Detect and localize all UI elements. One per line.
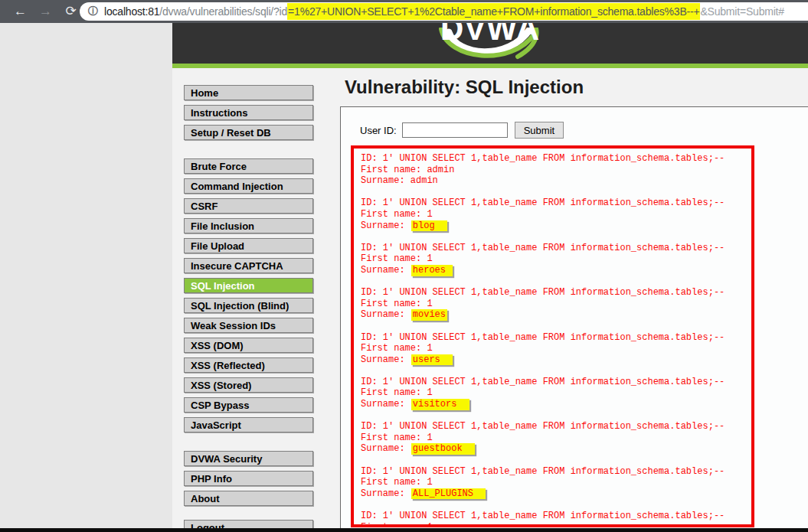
user-id-input[interactable] [402, 122, 508, 138]
highlighted-table-name: blog [411, 220, 447, 232]
result-first-name-line: First name: admin [361, 165, 751, 176]
sidebar-item-setup-reset-db[interactable]: Setup / Reset DB [184, 125, 313, 140]
result-first-name-line: First name: 1 [361, 432, 751, 444]
result-surname-line: Surname: movies [361, 309, 751, 321]
sidebar-item-brute-force[interactable]: Brute Force [184, 158, 313, 174]
site-header: DVWA [172, 23, 808, 64]
submit-button[interactable]: Submit [515, 122, 564, 139]
dvwa-page: DVWA HomeInstructionsSetup / Reset DBBru… [172, 23, 808, 532]
vulnerability-panel: User ID: Submit ID: 1' UNION SELECT 1,ta… [340, 106, 808, 532]
result-id-line: ID: 1' UNION SELECT 1,table_name FROM in… [361, 153, 751, 165]
sidebar-item-php-info[interactable]: PHP Info [184, 471, 313, 486]
sidebar-item-xss-reflected[interactable]: XSS (Reflected) [184, 357, 313, 373]
page-title: Vulnerability: SQL Injection [345, 77, 808, 98]
site-main: HomeInstructionsSetup / Reset DBBrute Fo… [172, 68, 808, 532]
sidebar-group: DVWA SecurityPHP InfoAbout [184, 451, 313, 506]
result-surname-line: Surname: blog [361, 220, 751, 232]
result-surname-line: Surname: heroes [361, 265, 751, 276]
sidebar-item-about[interactable]: About [184, 491, 313, 506]
page-info-icon[interactable]: ⓘ [80, 5, 104, 18]
back-icon[interactable]: ← [8, 0, 33, 23]
dvwa-logo-text: DVWA [440, 23, 540, 47]
sidebar-item-sql-injection[interactable]: SQL Injection [184, 278, 313, 293]
dvwa-logo: DVWA [429, 23, 551, 64]
result-block: ID: 1' UNION SELECT 1,table_name FROM in… [361, 153, 751, 187]
highlighted-table-name: ALL_PLUGINS [411, 488, 486, 500]
address-bar[interactable]: ⓘ localhost:81/dvwa/vulnerabilities/sqli… [80, 2, 808, 21]
sql-injection-output: ID: 1' UNION SELECT 1,table_name FROM in… [354, 149, 751, 527]
sidebar-item-weak-session-ids[interactable]: Weak Session IDs [184, 318, 313, 333]
result-block: ID: 1' UNION SELECT 1,table_name FROM in… [361, 243, 751, 276]
url-suffix: &Submit=Submit# [700, 5, 783, 18]
result-surname-line: Surname: ALL_PLUGINS [361, 488, 751, 500]
user-id-label: User ID: [360, 125, 397, 136]
window-bottom-edge [0, 528, 808, 532]
result-id-line: ID: 1' UNION SELECT 1,table_name FROM in… [361, 466, 751, 478]
result-first-name-line: First name: 1 [361, 299, 751, 310]
sidebar-item-dvwa-security[interactable]: DVWA Security [184, 451, 313, 466]
result-first-name-line: First name: 1 [361, 209, 751, 220]
result-first-name-line: First name: 1 [361, 343, 751, 354]
result-id-line: ID: 1' UNION SELECT 1,table_name FROM in… [361, 511, 751, 522]
main-content: Vulnerability: SQL Injection User ID: Su… [340, 68, 808, 532]
result-block: ID: 1' UNION SELECT 1,table_name FROM in… [361, 332, 751, 366]
result-surname-line: Surname: users [361, 354, 751, 366]
sidebar-menu: HomeInstructionsSetup / Reset DBBrute Fo… [172, 68, 313, 532]
result-block: ID: 1' UNION SELECT 1,table_name FROM in… [361, 287, 751, 321]
result-id-line: ID: 1' UNION SELECT 1,table_name FROM in… [361, 377, 751, 388]
browser-nav-icons: ← → ⟳ [0, 0, 83, 23]
highlighted-table-name: movies [411, 309, 447, 321]
sidebar-item-insecure-captcha[interactable]: Insecure CAPTCHA [184, 258, 313, 273]
sidebar-item-csp-bypass[interactable]: CSP Bypass [184, 397, 313, 413]
result-first-name-line: First name: 1 [361, 477, 751, 488]
url-host: localhost:81 [104, 5, 159, 18]
result-id-line: ID: 1' UNION SELECT 1,table_name FROM in… [361, 332, 751, 344]
highlighted-table-name: users [411, 354, 453, 366]
result-block: ID: 1' UNION SELECT 1,table_name FROM in… [361, 466, 751, 500]
url-path: /dvwa/vulnerabilities/sqli/?id [159, 5, 287, 18]
result-id-line: ID: 1' UNION SELECT 1,table_name FROM in… [361, 197, 751, 209]
result-id-line: ID: 1' UNION SELECT 1,table_name FROM in… [361, 421, 751, 432]
sidebar-item-file-upload[interactable]: File Upload [184, 238, 313, 253]
result-id-line: ID: 1' UNION SELECT 1,table_name FROM in… [361, 287, 751, 299]
result-block: ID: 1' UNION SELECT 1,table_name FROM in… [361, 511, 751, 527]
sidebar-item-javascript[interactable]: JavaScript [184, 417, 313, 432]
result-block: ID: 1' UNION SELECT 1,table_name FROM in… [361, 421, 751, 455]
sidebar-item-file-inclusion[interactable]: File Inclusion [184, 218, 313, 233]
forward-icon[interactable]: → [33, 0, 58, 23]
result-surname-line: Surname: visitors [361, 399, 751, 410]
sidebar-item-sql-injection-blind[interactable]: SQL Injection (Blind) [184, 298, 313, 313]
red-annotation-box: ID: 1' UNION SELECT 1,table_name FROM in… [351, 145, 754, 527]
sidebar-group: HomeInstructionsSetup / Reset DB [184, 85, 313, 140]
browser-toolbar: ← → ⟳ ⓘ localhost:81/dvwa/vulnerabilitie… [0, 0, 808, 23]
result-first-name-line: First name: 1 [361, 253, 751, 265]
result-surname-line: Surname: admin [361, 175, 751, 187]
sidebar-item-xss-dom[interactable]: XSS (DOM) [184, 338, 313, 353]
url-highlighted-query: =1%27+UNION+SELECT+1%2Ctable_name+FROM+i… [287, 3, 700, 20]
result-block: ID: 1' UNION SELECT 1,table_name FROM in… [361, 197, 751, 231]
result-block: ID: 1' UNION SELECT 1,table_name FROM in… [361, 377, 751, 410]
sidebar-item-xss-stored[interactable]: XSS (Stored) [184, 377, 313, 393]
highlighted-table-name: heroes [411, 265, 453, 276]
result-first-name-line: First name: 1 [361, 522, 751, 527]
user-id-form: User ID: Submit [341, 121, 808, 139]
result-first-name-line: First name: 1 [361, 387, 751, 399]
sidebar-item-instructions[interactable]: Instructions [184, 105, 313, 120]
sidebar-item-csrf[interactable]: CSRF [184, 198, 313, 214]
result-surname-line: Surname: guestbook [361, 443, 751, 455]
url-text: localhost:81/dvwa/vulnerabilities/sqli/?… [104, 3, 784, 20]
sidebar-group: Brute ForceCommand InjectionCSRFFile Inc… [184, 158, 313, 432]
highlighted-table-name: visitors [411, 399, 469, 410]
sidebar-item-command-injection[interactable]: Command Injection [184, 178, 313, 194]
result-id-line: ID: 1' UNION SELECT 1,table_name FROM in… [361, 243, 751, 254]
highlighted-table-name: guestbook [411, 443, 475, 455]
sidebar-item-home[interactable]: Home [184, 85, 313, 100]
